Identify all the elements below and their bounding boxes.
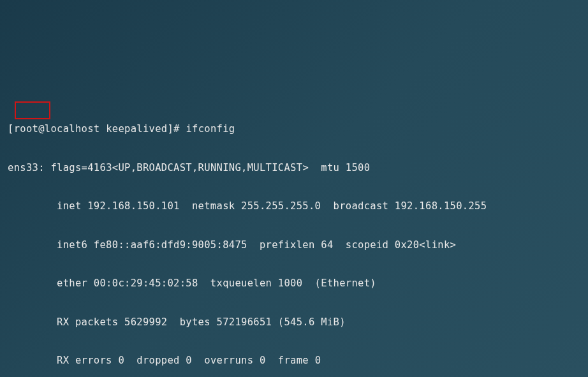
prompt-cwd: keepalived [106, 123, 167, 135]
iface0-rx-packets-line: RX packets 5629992 bytes 572196651 (545.… [8, 313, 580, 332]
iface0-type: Ethernet [321, 277, 370, 289]
iface0-name: ens33 [8, 162, 38, 174]
iface0-rx-errors: 0 [118, 355, 124, 366]
iface0-flags-list: UP,BROADCAST,RUNNING,MULTICAST [118, 162, 302, 174]
iface0-ether: 00:0c:29:45:02:58 [94, 277, 198, 289]
highlight-ens33 [15, 101, 50, 119]
iface0-rx-frame: 0 [315, 355, 321, 366]
iface0-netmask: 255.255.255.0 [241, 200, 321, 212]
prompt-symbol: # [173, 123, 180, 135]
terminal-output[interactable]: [root@localhost keepalived]# ifconfig en… [8, 81, 580, 377]
iface0-rx-overruns: 0 [260, 355, 266, 366]
iface0-ether-line: ether 00:0c:29:45:02:58 txqueuelen 1000 … [8, 274, 580, 293]
iface0-rx-bytes-human: 545.6 MiB [284, 316, 339, 328]
iface0-rx-dropped: 0 [186, 355, 192, 366]
iface0-inet: 192.168.150.101 [87, 200, 179, 212]
command-text: ifconfig [186, 123, 235, 135]
iface0-flags-num: 4163 [87, 162, 112, 174]
iface0-scopeid: 0x20<link> [395, 239, 456, 251]
iface0-prefixlen: 64 [321, 239, 333, 251]
prompt-line: [root@localhost keepalived]# ifconfig [8, 119, 580, 138]
iface0-rx-packets: 5629992 [124, 316, 167, 328]
iface0-inet-line: inet 192.168.150.101 netmask 255.255.255… [8, 196, 580, 216]
iface0-rx-bytes: 572196651 [217, 316, 272, 328]
iface0-txqueuelen: 1000 [278, 277, 303, 289]
iface0-header: ens33: flags=4163<UP,BROADCAST,RUNNING,M… [8, 158, 580, 177]
iface0-inet6: fe80::aaf6:dfd9:9005:8475 [94, 239, 247, 251]
prompt-host: localhost [45, 123, 100, 135]
iface0-mtu: 1500 [346, 162, 371, 174]
iface0-rx-errors-line: RX errors 0 dropped 0 overruns 0 frame 0 [8, 351, 580, 370]
iface0-broadcast: 192.168.150.255 [395, 200, 487, 212]
iface0-inet6-line: inet6 fe80::aaf6:dfd9:9005:8475 prefixle… [8, 235, 580, 255]
prompt-user: root [14, 123, 39, 135]
